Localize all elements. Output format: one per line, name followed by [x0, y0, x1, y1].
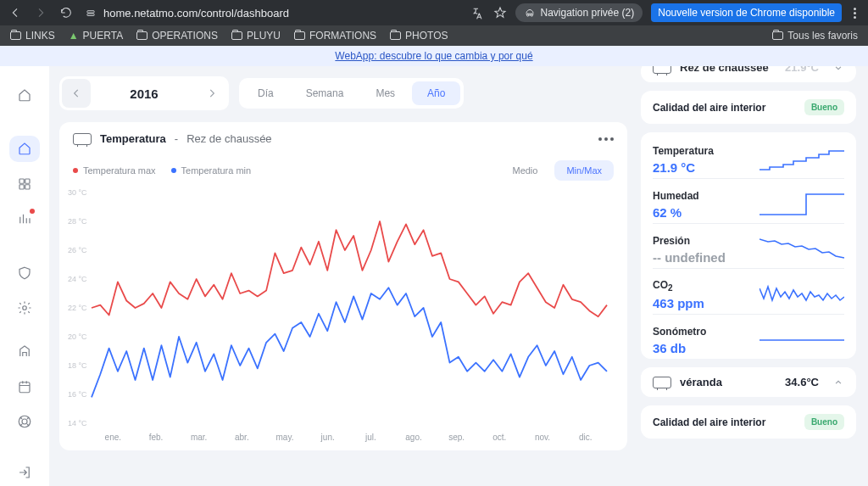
svg-rect-2: [19, 179, 24, 183]
year-prev-button[interactable]: [62, 79, 91, 108]
sidebar-item-home[interactable]: [9, 81, 40, 108]
y-tick: 14 °C: [68, 419, 87, 427]
period-selector: Día Semana Mes Año: [239, 78, 464, 109]
x-tick: ene.: [105, 433, 121, 442]
period-month[interactable]: Mes: [360, 81, 410, 105]
sidebar-item-rooms[interactable]: [9, 338, 40, 365]
spark-sonometer: [760, 325, 844, 355]
room-name: Rez de chaussée: [680, 66, 769, 74]
sidebar-item-stats[interactable]: [9, 205, 40, 232]
air-quality-label: Calidad del aire interior: [653, 102, 765, 114]
air-quality-value: Bueno: [804, 414, 844, 430]
svg-rect-7: [19, 383, 30, 393]
air-quality-card: Calidad del aire interior Bueno: [641, 91, 856, 124]
mode-minmax[interactable]: Min/Max: [554, 160, 614, 181]
y-tick: 16 °C: [68, 390, 87, 399]
puerta-icon: ▲: [69, 30, 79, 42]
svg-rect-4: [19, 184, 24, 188]
year-selector: 2016: [59, 76, 229, 110]
right-rail: Rez de chaussée 21.9°C Calidad del aire …: [641, 66, 868, 486]
bookmark-all-favorites[interactable]: Tous les favoris: [772, 30, 858, 42]
chrome-update-button[interactable]: Nouvelle version de Chrome disponible: [651, 3, 842, 22]
svg-point-6: [23, 306, 27, 310]
spark-co2: [760, 280, 844, 310]
promo-link[interactable]: WebApp: descubre lo que cambia y por qué: [335, 50, 532, 62]
star-icon[interactable]: [493, 6, 507, 20]
period-day[interactable]: Día: [242, 81, 289, 105]
y-tick: 30 °C: [68, 188, 87, 197]
promo-banner: WebApp: descubre lo que cambia y por qué: [0, 46, 868, 66]
x-tick: abr.: [235, 433, 249, 442]
bookmark-photos[interactable]: PHOTOS: [390, 30, 448, 42]
spark-temp: [760, 144, 844, 175]
mode-medio[interactable]: Medio: [500, 160, 549, 181]
sidebar-item-dashboard[interactable]: [9, 136, 40, 162]
y-tick: 26 °C: [68, 246, 87, 254]
sensor-sonometer[interactable]: Sonómetro36 db: [653, 314, 844, 359]
chart-menu-icon[interactable]: [598, 137, 614, 141]
svg-rect-3: [25, 179, 30, 183]
svg-rect-5: [25, 184, 30, 188]
sensor-humidity[interactable]: Humedad62 %: [653, 178, 844, 223]
period-week[interactable]: Semana: [291, 81, 359, 105]
sidebar-item-planning[interactable]: [9, 373, 40, 399]
spark-pressure: [760, 234, 844, 265]
chart-title: Temperatura: [100, 132, 166, 145]
bookmark-links[interactable]: LINKS: [10, 30, 55, 42]
room-temp: 21.9°C: [785, 66, 819, 74]
x-tick: dic.: [579, 433, 593, 442]
year-next-button[interactable]: [198, 79, 226, 108]
sidebar-item-logout[interactable]: [9, 460, 40, 486]
temperature-chart: 14 °C16 °C18 °C20 °C22 °C24 °C26 °C28 °C…: [73, 187, 614, 442]
y-tick: 22 °C: [68, 304, 87, 312]
period-year[interactable]: Año: [412, 81, 460, 105]
x-tick: oct.: [492, 433, 506, 442]
incognito-badge[interactable]: Navigation privée (2): [515, 3, 643, 22]
sensor-co2[interactable]: CO2463 ppm: [653, 268, 844, 314]
room-icon: [653, 66, 671, 74]
sidebar-item-help[interactable]: [9, 409, 40, 435]
chevron-up-icon: [832, 377, 844, 388]
folder-icon: [390, 31, 401, 40]
room-card-veranda[interactable]: véranda 34.6°C: [641, 367, 856, 397]
sensor-pressure[interactable]: Presión-- undefined: [653, 223, 844, 268]
bookmark-formations[interactable]: FORMATIONS: [294, 30, 376, 42]
y-tick: 28 °C: [68, 217, 87, 226]
site-settings-icon: [85, 7, 97, 19]
bookmarks-bar: LINKS ▲PUERTA OPERATIONS PLUYU FORMATION…: [0, 25, 868, 46]
y-tick: 18 °C: [68, 361, 87, 370]
sidebar-item-grid[interactable]: [9, 170, 40, 197]
chevron-down-icon: [832, 66, 844, 74]
x-tick: may.: [276, 433, 294, 442]
incognito-icon: [524, 7, 536, 19]
bookmark-pluyu[interactable]: PLUYU: [231, 30, 281, 42]
sidebar-item-settings[interactable]: [9, 294, 40, 321]
air-quality-label: Calidad del aire interior: [653, 416, 765, 428]
air-quality-value: Bueno: [804, 99, 844, 115]
bookmark-puerta[interactable]: ▲PUERTA: [69, 30, 123, 42]
reload-icon[interactable]: [59, 6, 73, 20]
x-tick: jun.: [321, 433, 335, 442]
forward-icon[interactable]: [34, 6, 47, 20]
svg-rect-1: [87, 14, 94, 15]
y-tick: 24 °C: [68, 275, 87, 283]
browser-toolbar: home.netatmo.com/control/dashboard Navig…: [0, 0, 868, 25]
url-text: home.netatmo.com/control/dashboard: [103, 7, 289, 20]
back-icon[interactable]: [8, 6, 22, 20]
translate-icon[interactable]: [471, 6, 485, 20]
browser-menu-icon[interactable]: [850, 8, 860, 19]
x-tick: jul.: [365, 433, 376, 442]
address-bar[interactable]: home.netatmo.com/control/dashboard: [85, 7, 459, 20]
room-name: véranda: [680, 376, 722, 388]
sensors-card: Temperatura21.9 °C Humedad62 % Presión--…: [641, 132, 856, 359]
x-tick: feb.: [149, 433, 164, 442]
room-icon: [73, 133, 92, 145]
sensor-temp[interactable]: Temperatura21.9 °C: [653, 141, 844, 178]
room-card-rez[interactable]: Rez de chaussée 21.9°C: [641, 66, 856, 82]
spark-humidity: [760, 189, 844, 220]
bookmark-operations[interactable]: OPERATIONS: [136, 30, 218, 42]
sidebar-item-security[interactable]: [9, 260, 40, 286]
chart-room: Rez de chaussée: [186, 132, 271, 145]
browser-chrome: home.netatmo.com/control/dashboard Navig…: [0, 0, 868, 46]
svg-point-9: [22, 419, 27, 424]
